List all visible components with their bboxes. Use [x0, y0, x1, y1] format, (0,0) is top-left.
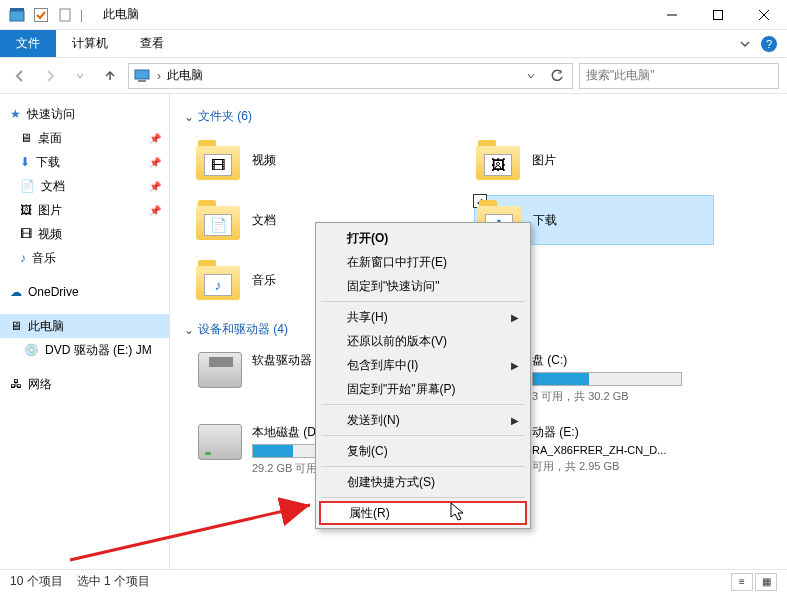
section-title: 设备和驱动器 (4): [198, 321, 288, 338]
sidebar-item-label: 下载: [36, 154, 60, 171]
folder-icon: 🖼: [476, 140, 520, 180]
quick-access-header[interactable]: ★ 快速访问: [0, 102, 169, 126]
up-button[interactable]: [98, 64, 122, 88]
floppy-icon: [198, 352, 242, 388]
folder-videos[interactable]: 🎞 视频: [194, 135, 434, 185]
context-menu-item[interactable]: 发送到(N)▶: [319, 408, 527, 432]
folder-label: 图片: [532, 152, 556, 169]
sidebar-item-desktop[interactable]: 🖥桌面📌: [0, 126, 169, 150]
pin-icon: 📌: [149, 133, 161, 144]
music-icon: ♪: [20, 251, 26, 265]
view-tab[interactable]: 查看: [124, 30, 180, 57]
context-menu-item[interactable]: 共享(H)▶: [319, 305, 527, 329]
forward-button[interactable]: [38, 64, 62, 88]
pin-icon: 📌: [149, 205, 161, 216]
qat-dropdown-icon[interactable]: [56, 6, 74, 24]
submenu-arrow-icon: ▶: [511, 312, 519, 323]
back-button[interactable]: [8, 64, 32, 88]
desktop-icon: 🖥: [20, 131, 32, 145]
sidebar-item-pictures[interactable]: 🖼图片📌: [0, 198, 169, 222]
context-menu-item[interactable]: 固定到"快速访问": [319, 274, 527, 298]
minimize-button[interactable]: [649, 0, 695, 30]
qat-divider: |: [80, 8, 83, 22]
icons-view-button[interactable]: ▦: [755, 573, 777, 591]
selected-count: 选中 1 个项目: [77, 573, 150, 590]
sidebar-item-label: 视频: [38, 226, 62, 243]
folders-section-header[interactable]: ⌄ 文件夹 (6): [184, 108, 773, 125]
status-bar: 10 个项目 选中 1 个项目 ≡ ▦: [0, 569, 787, 593]
quick-access-toolbar: |: [0, 6, 91, 24]
qat-checkbox-icon[interactable]: [32, 6, 50, 24]
drive-free-text: 可用，共 2.95 GB: [532, 459, 730, 474]
titlebar: | 此电脑: [0, 0, 787, 30]
sidebar-item-videos[interactable]: 🎞视频: [0, 222, 169, 246]
search-input[interactable]: 搜索"此电脑": [579, 63, 779, 89]
sidebar-item-label: 网络: [28, 376, 52, 393]
app-icon: [8, 6, 26, 24]
folder-label: 下载: [533, 212, 557, 229]
menu-separator: [321, 435, 525, 436]
picture-icon: 🖼: [20, 203, 32, 217]
svg-rect-2: [35, 8, 48, 21]
sidebar-dvd[interactable]: 💿DVD 驱动器 (E:) JM: [0, 338, 169, 362]
sidebar-item-documents[interactable]: 📄文档📌: [0, 174, 169, 198]
sidebar-item-label: OneDrive: [28, 285, 79, 299]
pin-icon: 📌: [149, 157, 161, 168]
sidebar-onedrive[interactable]: ☁OneDrive: [0, 280, 169, 304]
chevron-down-icon: ⌄: [184, 323, 194, 337]
disc-icon: 💿: [24, 343, 39, 357]
ribbon-expand-icon[interactable]: [739, 38, 751, 50]
context-menu: 打开(O)在新窗口中打开(E)固定到"快速访问"共享(H)▶还原以前的版本(V)…: [315, 222, 531, 529]
address-dropdown-icon[interactable]: [522, 71, 540, 81]
sidebar-item-label: 此电脑: [28, 318, 64, 335]
sidebar-item-label: 文档: [41, 178, 65, 195]
drive-label: 动器 (E:): [532, 424, 730, 441]
folder-pictures[interactable]: 🖼 图片: [474, 135, 714, 185]
menu-separator: [321, 466, 525, 467]
folder-label: 音乐: [252, 272, 276, 289]
context-menu-item[interactable]: 包含到库中(I)▶: [319, 353, 527, 377]
recent-dropdown[interactable]: [68, 64, 92, 88]
sidebar-item-label: 图片: [38, 202, 62, 219]
context-menu-item[interactable]: 属性(R): [319, 501, 527, 525]
breadcrumb[interactable]: 此电脑: [167, 67, 203, 84]
context-menu-item[interactable]: 复制(C): [319, 439, 527, 463]
context-menu-item[interactable]: 打开(O): [319, 226, 527, 250]
folder-icon: 📄: [196, 200, 240, 240]
quick-access-label: 快速访问: [27, 106, 75, 123]
svg-rect-1: [10, 8, 24, 11]
sidebar-item-downloads[interactable]: ⬇下载📌: [0, 150, 169, 174]
refresh-button[interactable]: [546, 69, 568, 83]
drive-label: 盘 (C:): [532, 352, 730, 369]
pin-icon: 📌: [149, 181, 161, 192]
context-menu-item[interactable]: 固定到"开始"屏幕(P): [319, 377, 527, 401]
context-menu-item[interactable]: 还原以前的版本(V): [319, 329, 527, 353]
sidebar-item-label: 桌面: [38, 130, 62, 147]
context-menu-item[interactable]: 创建快捷方式(S): [319, 470, 527, 494]
folder-label: 视频: [252, 152, 276, 169]
context-menu-item[interactable]: 在新窗口中打开(E): [319, 250, 527, 274]
details-view-button[interactable]: ≡: [731, 573, 753, 591]
maximize-button[interactable]: [695, 0, 741, 30]
computer-tab[interactable]: 计算机: [56, 30, 124, 57]
cloud-icon: ☁: [10, 285, 22, 299]
sidebar-network[interactable]: 🖧网络: [0, 372, 169, 396]
sidebar-item-label: 音乐: [32, 250, 56, 267]
drive-sublabel: RA_X86FRER_ZH-CN_D...: [532, 444, 730, 456]
ribbon-tabs: 文件 计算机 查看 ?: [0, 30, 787, 58]
document-icon: 📄: [20, 179, 35, 193]
sidebar-item-music[interactable]: ♪音乐: [0, 246, 169, 270]
section-title: 文件夹 (6): [198, 108, 252, 125]
breadcrumb-chevron-icon[interactable]: ›: [157, 69, 161, 83]
address-box[interactable]: › 此电脑: [128, 63, 573, 89]
svg-rect-5: [714, 10, 723, 19]
file-tab[interactable]: 文件: [0, 30, 56, 57]
help-button[interactable]: ?: [761, 36, 777, 52]
capacity-bar: [532, 372, 682, 386]
close-button[interactable]: [741, 0, 787, 30]
folder-icon: 🎞: [196, 140, 240, 180]
sidebar-item-label: DVD 驱动器 (E:) JM: [45, 342, 152, 359]
svg-rect-3: [60, 9, 70, 21]
chevron-down-icon: ⌄: [184, 110, 194, 124]
sidebar-this-pc[interactable]: 🖥此电脑: [0, 314, 169, 338]
